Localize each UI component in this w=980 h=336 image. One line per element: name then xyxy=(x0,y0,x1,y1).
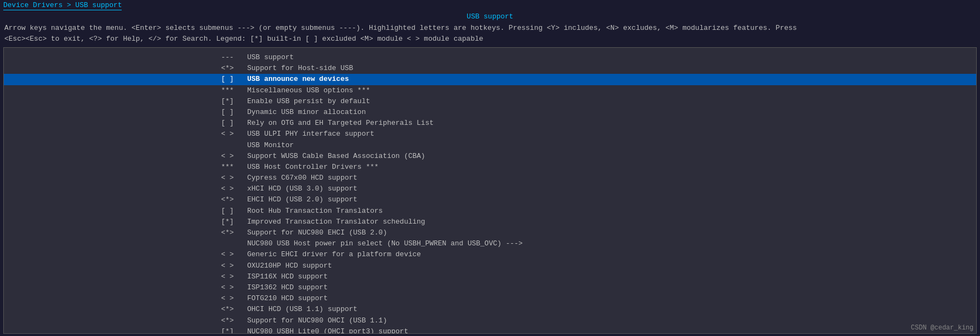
item-label: Root Hub Transaction Translators xyxy=(247,206,383,216)
watermark: CSDN @cedar_king xyxy=(911,324,973,332)
menu-item-nuc980-ohci[interactable]: <*> Support for NUC980 OHCI (USB 1.1) xyxy=(4,315,976,326)
item-label: Dynamic USB minor allocation xyxy=(247,107,366,117)
menu-item-usb-support-header[interactable]: --- USB support xyxy=(4,52,976,63)
breadcrumb: Device Drivers > USB support xyxy=(3,1,122,10)
menu-item-oxu210hp[interactable]: < > OXU210HP HCD support xyxy=(4,261,976,271)
item-label: USB ULPI PHY interface support xyxy=(247,129,374,139)
item-bracket: [*] xyxy=(221,327,243,334)
menu-item-usb-monitor[interactable]: USB Monitor xyxy=(4,140,976,151)
menu-item-improved-tt[interactable]: [*] Improved Transaction Translator sche… xyxy=(4,217,976,227)
item-label: NUC980 USB Host power pin select (No USB… xyxy=(247,239,523,249)
item-bracket: *** xyxy=(221,162,243,172)
item-label: xHCI HCD (USB 3.0) support xyxy=(247,184,357,194)
menu-item-ohci[interactable]: <*> OHCI HCD (USB 1.1) support xyxy=(4,304,976,315)
menu-item-announce-new-devices[interactable]: [ ]USB announce new devices xyxy=(4,74,976,85)
top-bar: Device Drivers > USB support xyxy=(0,0,980,11)
menu-item-wusb-cba[interactable]: < > Support WUSB Cable Based Association… xyxy=(4,151,976,162)
item-bracket: [ ] xyxy=(221,107,243,117)
item-label: Enable USB persist by default xyxy=(247,97,370,106)
help-line2: <Esc><Esc> to exit, <?> for Help, </> fo… xyxy=(4,34,976,45)
item-label: Cypress C67x00 HCD support xyxy=(247,173,357,183)
item-bracket: < > xyxy=(221,294,243,303)
item-label: Miscellaneous USB options *** xyxy=(247,86,370,96)
item-label: Support WUSB Cable Based Association (CB… xyxy=(247,151,425,161)
menu-item-ulpi-phy[interactable]: < > USB ULPI PHY interface support xyxy=(4,129,976,140)
menu-item-ehci[interactable]: <*> EHCI HCD (USB 2.0) support xyxy=(4,194,976,205)
menu-item-persist-default[interactable]: [*] Enable USB persist by default xyxy=(4,96,976,107)
window-title: USB support xyxy=(467,12,513,21)
item-label: Rely on OTG and EH Targeted Peripherals … xyxy=(247,118,434,128)
item-bracket: <*> xyxy=(221,64,243,73)
item-label: Support for NUC980 EHCI (USB 2.0) xyxy=(247,228,387,238)
menu-item-isp116x[interactable]: < > ISP116X HCD support xyxy=(4,271,976,282)
item-bracket: <*> xyxy=(221,305,243,314)
item-bracket: < > xyxy=(221,261,243,271)
item-label: Support for NUC980 OHCI (USB 1.1) xyxy=(247,316,387,326)
menu-item-minor-alloc[interactable]: [ ] Dynamic USB minor allocation xyxy=(4,107,976,118)
menu-item-otg-eh[interactable]: [ ] Rely on OTG and EH Targeted Peripher… xyxy=(4,118,976,129)
menu-item-xhci[interactable]: < > xHCI HCD (USB 3.0) support xyxy=(4,183,976,194)
item-bracket: < > xyxy=(221,184,243,194)
menu-item-nuc980-ehci[interactable]: <*> Support for NUC980 EHCI (USB 2.0) xyxy=(4,227,976,238)
item-bracket: [*] xyxy=(221,97,243,106)
help-text: Arrow keys navigate the menu. <Enter> se… xyxy=(0,22,980,45)
menu-item-nuc980-lite0[interactable]: [*] NUC980 USBH Lite0 (OHCI port3) suppo… xyxy=(4,326,976,334)
item-bracket: [ ] xyxy=(221,206,243,216)
item-label: USB Monitor xyxy=(247,141,294,150)
item-label: EHCI HCD (USB 2.0) support xyxy=(247,195,357,205)
item-bracket: --- xyxy=(221,53,243,62)
item-label: USB Host Controller Drivers *** xyxy=(247,162,379,172)
item-bracket: < > xyxy=(221,173,243,183)
item-bracket: < > xyxy=(221,151,243,161)
item-bracket: [ ] xyxy=(221,118,243,128)
item-bracket: <*> xyxy=(221,228,243,238)
item-bracket: *** xyxy=(221,86,243,96)
menu-item-host-side-usb[interactable]: <*> Support for Host-side USB xyxy=(4,63,976,74)
item-label: ISP116X HCD support xyxy=(247,272,328,282)
title-bar: USB support xyxy=(0,11,980,22)
item-label: Improved Transaction Translator scheduli… xyxy=(247,217,425,227)
item-label: Support for Host-side USB xyxy=(247,64,353,73)
item-label: USB support xyxy=(247,53,294,62)
item-label: OHCI HCD (USB 1.1) support xyxy=(247,305,357,314)
menu-item-isp1362[interactable]: < > ISP1362 HCD support xyxy=(4,282,976,293)
item-bracket: < > xyxy=(221,129,243,139)
item-bracket: < > xyxy=(221,250,243,259)
menu-item-fotg210[interactable]: < > FOTG210 HCD support xyxy=(4,293,976,304)
menu-item-hcd-header[interactable]: *** USB Host Controller Drivers *** xyxy=(4,162,976,173)
menu-item-generic-ehci[interactable]: < > Generic EHCI driver for a platform d… xyxy=(4,249,976,260)
item-bracket: < > xyxy=(221,283,243,293)
app-container: Device Drivers > USB support USB support… xyxy=(0,0,980,336)
menu-container[interactable]: --- USB support<*> Support for Host-side… xyxy=(3,47,977,334)
item-label: FOTG210 HCD support xyxy=(247,294,328,303)
item-label: Generic EHCI driver for a platform devic… xyxy=(247,250,421,259)
help-line1: Arrow keys navigate the menu. <Enter> se… xyxy=(4,23,976,34)
item-bracket: < > xyxy=(221,272,243,282)
item-bracket: [*] xyxy=(221,217,243,227)
menu-item-cypress-hcd[interactable]: < > Cypress C67x00 HCD support xyxy=(4,173,976,183)
menu-item-nuc980-power-pin[interactable]: NUC980 USB Host power pin select (No USB… xyxy=(4,238,976,249)
item-bracket: <*> xyxy=(221,195,243,205)
item-bracket: <*> xyxy=(221,316,243,326)
item-bracket: [ ] xyxy=(221,74,243,84)
menu-item-root-hub[interactable]: [ ] Root Hub Transaction Translators xyxy=(4,206,976,217)
item-label: USB announce new devices xyxy=(247,74,349,84)
item-label: OXU210HP HCD support xyxy=(247,261,332,271)
item-label: NUC980 USBH Lite0 (OHCI port3) support xyxy=(247,327,408,334)
item-label: ISP1362 HCD support xyxy=(247,283,328,293)
menu-item-misc-options[interactable]: *** Miscellaneous USB options *** xyxy=(4,85,976,96)
